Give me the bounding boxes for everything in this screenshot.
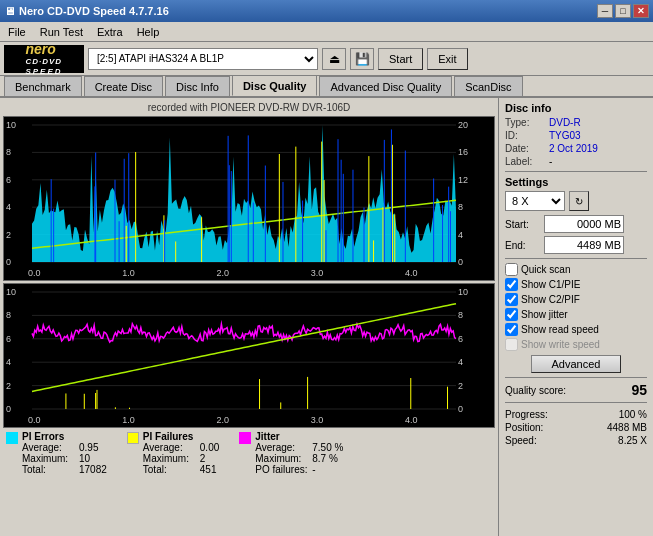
id-row: ID: TYG03 — [505, 130, 647, 141]
jitter-color — [239, 432, 251, 444]
chart-header: recorded with PIONEER DVD-RW DVR-106D — [2, 100, 496, 115]
speed-select[interactable]: 8 X — [505, 191, 565, 211]
progress-speed-row: Speed: 8.25 X — [505, 435, 647, 446]
minimize-button[interactable]: ─ — [597, 4, 613, 18]
speed-row: 8 X ↻ — [505, 191, 647, 211]
pi-errors-total-label: Total: — [22, 464, 77, 475]
pi-errors-max-label: Maximum: — [22, 453, 77, 464]
pi-failures-total-label: Total: — [143, 464, 198, 475]
show-write-speed-checkbox[interactable] — [505, 338, 518, 351]
label-label: Label: — [505, 156, 545, 167]
jitter-avg-label: Average: — [255, 442, 310, 453]
show-read-speed-checkbox[interactable] — [505, 323, 518, 336]
pi-failures-title: PI Failures — [143, 431, 219, 442]
jitter-po-value: - — [312, 464, 315, 475]
start-button[interactable]: Start — [378, 48, 423, 70]
date-label: Date: — [505, 143, 545, 154]
id-value: TYG03 — [549, 130, 581, 141]
show-write-speed-row: Show write speed — [505, 338, 647, 351]
start-label: Start: — [505, 219, 540, 230]
settings-title: Settings — [505, 176, 647, 188]
chart-area: recorded with PIONEER DVD-RW DVR-106D PI… — [0, 98, 498, 536]
pi-errors-color — [6, 432, 18, 444]
show-read-speed-label: Show read speed — [521, 324, 599, 335]
pi-failures-max-label: Maximum: — [143, 453, 198, 464]
exit-button[interactable]: Exit — [427, 48, 467, 70]
maximize-button[interactable]: □ — [615, 4, 631, 18]
pi-failures-max-value: 2 — [200, 453, 206, 464]
quick-scan-checkbox[interactable] — [505, 263, 518, 276]
legend-jitter: Jitter Average:7.50 % Maximum:8.7 % PO f… — [239, 431, 343, 475]
top-chart — [3, 116, 495, 281]
separator-3 — [505, 377, 647, 378]
menu-bar: File Run Test Extra Help — [0, 22, 653, 42]
refresh-button[interactable]: ↻ — [569, 191, 589, 211]
menu-run-test[interactable]: Run Test — [34, 25, 89, 39]
jitter-po-label: PO failures: — [255, 464, 310, 475]
id-label: ID: — [505, 130, 545, 141]
show-read-speed-row: Show read speed — [505, 323, 647, 336]
menu-extra[interactable]: Extra — [91, 25, 129, 39]
end-input[interactable] — [544, 236, 624, 254]
position-label: Position: — [505, 422, 543, 433]
menu-file[interactable]: File — [2, 25, 32, 39]
start-input[interactable] — [544, 215, 624, 233]
separator-2 — [505, 258, 647, 259]
save-icon[interactable]: 💾 — [350, 48, 374, 70]
tabs-bar: Benchmark Create Disc Disc Info Disc Qua… — [0, 76, 653, 98]
disc-info-title: Disc info — [505, 102, 647, 114]
pi-errors-total-value: 17082 — [79, 464, 107, 475]
show-c1pie-checkbox[interactable] — [505, 278, 518, 291]
progress-section: Progress: 100 % Position: 4488 MB Speed:… — [505, 409, 647, 446]
separator-4 — [505, 402, 647, 403]
separator-1 — [505, 171, 647, 172]
pi-errors-title: PI Errors — [22, 431, 107, 442]
end-label: End: — [505, 240, 540, 251]
jitter-max-value: 8.7 % — [312, 453, 338, 464]
progress-progress-row: Progress: 100 % — [505, 409, 647, 420]
show-c2pif-label: Show C2/PIF — [521, 294, 580, 305]
quality-score-value: 95 — [631, 382, 647, 398]
speed-value: 8.25 X — [618, 435, 647, 446]
date-row: Date: 2 Oct 2019 — [505, 143, 647, 154]
nero-logo: nero CD·DVD SPEED — [4, 45, 84, 73]
show-jitter-checkbox[interactable] — [505, 308, 518, 321]
show-jitter-label: Show jitter — [521, 309, 568, 320]
start-row: Start: — [505, 215, 647, 233]
eject-icon[interactable]: ⏏ — [322, 48, 346, 70]
legend: PI Errors Average:0.95 Maximum:10 Total:… — [2, 429, 496, 477]
tab-create-disc[interactable]: Create Disc — [84, 76, 163, 96]
tab-disc-info[interactable]: Disc Info — [165, 76, 230, 96]
close-button[interactable]: ✕ — [633, 4, 649, 18]
quality-score-label: Quality score: — [505, 385, 566, 396]
speed-label: Speed: — [505, 435, 537, 446]
jitter-title: Jitter — [255, 431, 343, 442]
pi-errors-avg-value: 0.95 — [79, 442, 98, 453]
tab-disc-quality[interactable]: Disc Quality — [232, 75, 318, 96]
main-content: recorded with PIONEER DVD-RW DVR-106D PI… — [0, 98, 653, 536]
type-value: DVD-R — [549, 117, 581, 128]
show-c1pie-label: Show C1/PIE — [521, 279, 580, 290]
pi-failures-avg-label: Average: — [143, 442, 198, 453]
tab-advanced-disc-quality[interactable]: Advanced Disc Quality — [319, 76, 452, 96]
quick-scan-label: Quick scan — [521, 264, 570, 275]
menu-help[interactable]: Help — [131, 25, 166, 39]
pi-failures-color — [127, 432, 139, 444]
title-bar-text: Nero CD-DVD Speed 4.7.7.16 — [19, 5, 169, 17]
jitter-avg-value: 7.50 % — [312, 442, 343, 453]
quick-scan-row: Quick scan — [505, 263, 647, 276]
show-c2pif-checkbox[interactable] — [505, 293, 518, 306]
quality-row: Quality score: 95 — [505, 382, 647, 398]
tab-benchmark[interactable]: Benchmark — [4, 76, 82, 96]
show-c1pie-row: Show C1/PIE — [505, 278, 647, 291]
advanced-button[interactable]: Advanced — [531, 355, 621, 373]
label-row: Label: - — [505, 156, 647, 167]
drive-select[interactable]: [2:5] ATAPI iHAS324 A BL1P — [88, 48, 318, 70]
tab-scan-disc[interactable]: ScanDisc — [454, 76, 522, 96]
show-write-speed-label: Show write speed — [521, 339, 600, 350]
bottom-chart — [3, 283, 495, 428]
type-label: Type: — [505, 117, 545, 128]
end-row: End: — [505, 236, 647, 254]
show-jitter-row: Show jitter — [505, 308, 647, 321]
date-value: 2 Oct 2019 — [549, 143, 598, 154]
